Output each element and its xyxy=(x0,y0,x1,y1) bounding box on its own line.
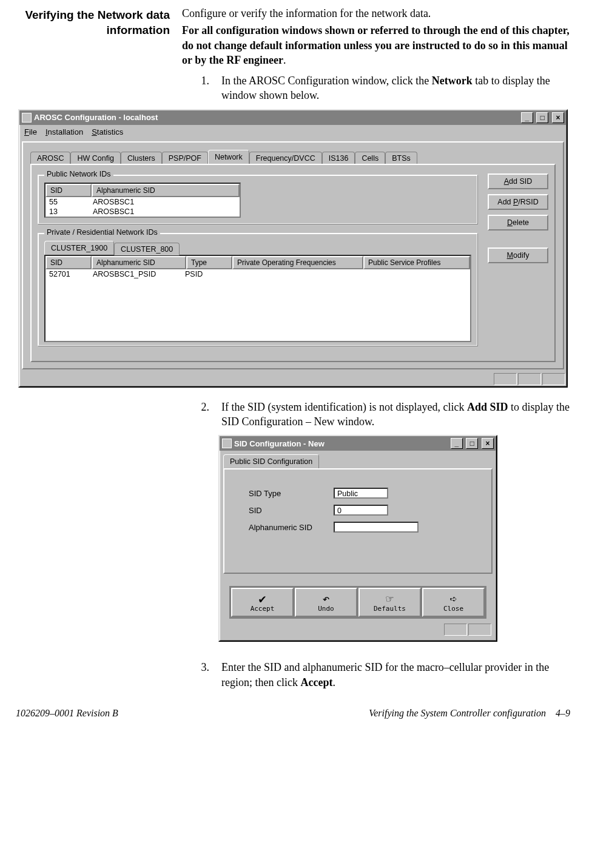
footer-left: 1026209–0001 Revision B xyxy=(16,708,118,719)
step-text: In the AROSC Configuration window, click… xyxy=(221,73,574,103)
app-icon xyxy=(222,439,232,448)
modify-button[interactable]: Modify xyxy=(488,247,548,263)
main-tabs: AROSC HW Config Clusters PSP/POF Network… xyxy=(30,150,556,164)
col-alpha-sid[interactable]: Alphanumeric SID xyxy=(92,256,186,269)
menu-file[interactable]: File xyxy=(24,127,37,136)
maximize-button[interactable]: □ xyxy=(466,438,478,449)
step-number: 2. xyxy=(194,400,209,429)
exit-arrow-icon: ➪ xyxy=(449,593,457,605)
tab-psppof[interactable]: PSP/POF xyxy=(162,152,208,164)
private-network-group: Private / Residential Network IDs CLUSTE… xyxy=(38,233,478,346)
tab-arosc[interactable]: AROSC xyxy=(30,152,70,164)
minimize-button[interactable]: _ xyxy=(451,438,463,449)
tab-cluster1900[interactable]: CLUSTER_1900 xyxy=(44,241,114,255)
sid-label: SID xyxy=(249,506,334,515)
minimize-button[interactable]: _ xyxy=(521,112,533,123)
private-list[interactable]: SID Alphanumeric SID Type Private Operat… xyxy=(44,255,471,342)
group-label: Private / Residential Network IDs xyxy=(44,228,160,237)
titlebar: SID Configuration - New _ □ × xyxy=(220,436,496,451)
undo-button[interactable]: ↶ Undo xyxy=(295,588,357,617)
maximize-button[interactable]: □ xyxy=(536,112,548,123)
titlebar: AROSC Configuration - localhost _ □ × xyxy=(19,110,567,125)
intro-block: Configure or verify the information for … xyxy=(182,6,574,67)
window-title: AROSC Configuration - localhost xyxy=(34,113,158,122)
menu-statistics[interactable]: Statistics xyxy=(92,127,123,136)
action-toolbar: ✔ Accept ↶ Undo ☞ Defaults ➪ Close xyxy=(229,586,486,619)
tab-public-sid-config[interactable]: Public SID Configuration xyxy=(223,454,319,468)
alpha-sid-label: Alphanumeric SID xyxy=(249,523,334,532)
step-number: 3. xyxy=(194,660,209,690)
section-heading: Verifying the Network data information xyxy=(12,6,170,67)
tab-cells[interactable]: Cells xyxy=(355,152,385,164)
close-button[interactable]: × xyxy=(552,112,564,123)
table-row[interactable]: 13 AROSBSC1 xyxy=(45,207,240,217)
col-sid[interactable]: SID xyxy=(45,256,92,269)
table-row[interactable]: 52701 AROSBSC1_PSID PSID xyxy=(45,269,470,279)
add-sid-button[interactable]: Add SID xyxy=(488,173,548,189)
arosc-config-window: AROSC Configuration - localhost _ □ × Fi… xyxy=(18,109,568,388)
sid-type-label: SID Type xyxy=(249,489,334,498)
tab-network[interactable]: Network xyxy=(208,150,249,164)
hand-point-icon: ☞ xyxy=(386,593,393,605)
close-button[interactable]: × xyxy=(482,438,494,449)
step-text: If the SID (system identification) is no… xyxy=(221,400,574,429)
defaults-button[interactable]: ☞ Defaults xyxy=(358,588,421,617)
tab-hwconfig[interactable]: HW Config xyxy=(70,152,120,164)
window-controls: _ □ × xyxy=(520,112,564,123)
check-icon: ✔ xyxy=(258,593,266,605)
delete-button[interactable]: Delete xyxy=(488,215,548,230)
undo-icon: ↶ xyxy=(322,593,329,605)
step-text: Enter the SID and alphanumeric SID for t… xyxy=(221,660,574,690)
app-icon xyxy=(22,113,32,123)
intro-plain: Configure or verify the information for … xyxy=(182,6,574,21)
table-row[interactable]: 55 AROSBSC1 xyxy=(45,197,240,207)
window-title: SID Configuration - New xyxy=(234,439,325,448)
tab-body-network: Public Network IDs SID Alphanumeric SID … xyxy=(30,164,556,362)
step-2: 2. If the SID (system identification) is… xyxy=(194,400,574,429)
status-cell xyxy=(518,373,541,385)
col-type[interactable]: Type xyxy=(186,256,232,269)
close-action-button[interactable]: ➪ Close xyxy=(422,588,485,617)
sid-type-field[interactable]: Public xyxy=(334,488,388,499)
accept-button[interactable]: ✔ Accept xyxy=(231,588,294,617)
sid-field[interactable]: 0 xyxy=(334,505,388,516)
tab-frequency[interactable]: Frequency/DVCC xyxy=(249,152,322,164)
alpha-sid-field[interactable] xyxy=(334,522,419,533)
col-sid[interactable]: SID xyxy=(45,184,92,197)
step-1: 1. In the AROSC Configuration window, cl… xyxy=(194,73,574,103)
col-profiles[interactable]: Public Service Profiles xyxy=(363,256,470,269)
status-cell xyxy=(494,373,517,385)
tab-is136[interactable]: IS136 xyxy=(322,152,355,164)
public-list[interactable]: SID Alphanumeric SID 55 AROSBSC1 xyxy=(44,183,241,218)
status-cell xyxy=(542,373,565,385)
public-network-group: Public Network IDs SID Alphanumeric SID … xyxy=(38,175,478,224)
tab-cluster800[interactable]: CLUSTER_800 xyxy=(114,243,180,255)
group-label: Public Network IDs xyxy=(44,170,113,178)
intro-bold: For all configuration windows shown or r… xyxy=(182,24,570,66)
add-prsid-button[interactable]: Add P/RSID xyxy=(488,194,548,210)
col-freq[interactable]: Private Operating Frequencies xyxy=(232,256,363,269)
col-alpha-sid[interactable]: Alphanumeric SID xyxy=(92,184,240,197)
page-footer: 1026209–0001 Revision B Verifying the Sy… xyxy=(12,708,574,719)
footer-right: Verifying the System Controller configur… xyxy=(369,708,570,719)
tab-clusters[interactable]: Clusters xyxy=(121,152,162,164)
statusbar xyxy=(19,372,567,386)
menu-installation[interactable]: Installation xyxy=(45,127,83,136)
step-number: 1. xyxy=(194,73,209,103)
status-cell xyxy=(468,624,491,636)
status-cell xyxy=(444,624,467,636)
tab-btss[interactable]: BTSs xyxy=(385,152,417,164)
step-3: 3. Enter the SID and alphanumeric SID fo… xyxy=(194,660,574,690)
sid-config-window: SID Configuration - New _ □ × Public SID… xyxy=(218,435,497,642)
window-controls: _ □ × xyxy=(449,438,494,449)
statusbar xyxy=(223,622,493,637)
menubar: File Installation Statistics xyxy=(19,125,567,139)
